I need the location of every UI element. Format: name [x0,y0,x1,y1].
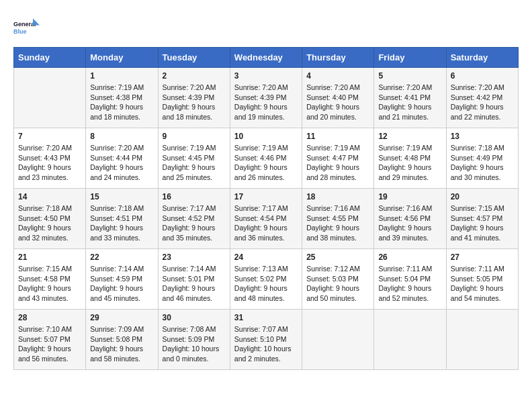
calendar-week-2: 7Sunrise: 7:20 AM Sunset: 4:43 PM Daylig… [14,128,519,189]
calendar-cell: 15Sunrise: 7:18 AM Sunset: 4:51 PM Dayli… [86,189,158,249]
day-content: Sunrise: 7:20 AM Sunset: 4:39 PM Dayligh… [234,83,298,122]
day-number: 16 [163,192,226,201]
day-number: 24 [234,253,298,262]
calendar-cell [14,68,86,128]
day-number: 23 [163,253,226,262]
day-content: Sunrise: 7:19 AM Sunset: 4:48 PM Dayligh… [378,143,441,183]
calendar-cell: 5Sunrise: 7:20 AM Sunset: 4:41 PM Daylig… [374,68,446,128]
calendar-cell: 13Sunrise: 7:18 AM Sunset: 4:49 PM Dayli… [446,128,518,189]
calendar-week-5: 28Sunrise: 7:10 AM Sunset: 5:07 PM Dayli… [14,310,519,370]
calendar-cell: 22Sunrise: 7:14 AM Sunset: 4:59 PM Dayli… [86,249,158,310]
day-number: 20 [451,192,514,201]
calendar-header-wednesday: Wednesday [230,48,302,68]
calendar-cell [302,310,374,370]
day-number: 2 [163,71,226,81]
calendar-cell: 28Sunrise: 7:10 AM Sunset: 5:07 PM Dayli… [14,310,86,370]
calendar-cell: 17Sunrise: 7:17 AM Sunset: 4:54 PM Dayli… [230,189,302,249]
day-content: Sunrise: 7:20 AM Sunset: 4:43 PM Dayligh… [18,143,81,183]
day-content: Sunrise: 7:09 AM Sunset: 5:08 PM Dayligh… [90,324,153,364]
day-number: 26 [378,253,441,262]
calendar-cell: 19Sunrise: 7:16 AM Sunset: 4:56 PM Dayli… [374,189,446,249]
calendar-cell: 11Sunrise: 7:19 AM Sunset: 4:47 PM Dayli… [302,128,374,189]
calendar-cell: 3Sunrise: 7:20 AM Sunset: 4:39 PM Daylig… [230,68,302,128]
calendar-cell: 25Sunrise: 7:12 AM Sunset: 5:03 PM Dayli… [302,249,374,310]
day-content: Sunrise: 7:10 AM Sunset: 5:07 PM Dayligh… [18,324,81,364]
day-content: Sunrise: 7:15 AM Sunset: 4:57 PM Dayligh… [451,203,514,243]
day-content: Sunrise: 7:17 AM Sunset: 4:54 PM Dayligh… [234,203,298,243]
day-number: 28 [18,313,81,322]
calendar-cell [374,310,446,370]
calendar-cell: 27Sunrise: 7:11 AM Sunset: 5:05 PM Dayli… [446,249,518,310]
day-content: Sunrise: 7:11 AM Sunset: 5:04 PM Dayligh… [378,264,441,304]
calendar-header-thursday: Thursday [302,48,374,68]
svg-text:General: General [13,21,36,28]
calendar-cell: 18Sunrise: 7:16 AM Sunset: 4:55 PM Dayli… [302,189,374,249]
calendar-cell: 14Sunrise: 7:18 AM Sunset: 4:50 PM Dayli… [14,189,86,249]
calendar-cell: 20Sunrise: 7:15 AM Sunset: 4:57 PM Dayli… [446,189,518,249]
day-number: 3 [234,71,298,81]
calendar-cell: 24Sunrise: 7:13 AM Sunset: 5:02 PM Dayli… [230,249,302,310]
day-content: Sunrise: 7:20 AM Sunset: 4:42 PM Dayligh… [451,83,514,122]
calendar-header-monday: Monday [86,48,158,68]
calendar-week-3: 14Sunrise: 7:18 AM Sunset: 4:50 PM Dayli… [14,189,519,249]
calendar-cell: 8Sunrise: 7:20 AM Sunset: 4:44 PM Daylig… [86,128,158,189]
day-number: 19 [378,192,441,201]
calendar-cell [446,310,518,370]
day-number: 30 [163,313,226,322]
day-number: 29 [90,313,153,322]
day-content: Sunrise: 7:14 AM Sunset: 5:01 PM Dayligh… [163,264,226,304]
calendar-table: SundayMondayTuesdayWednesdayThursdayFrid… [13,47,519,370]
day-content: Sunrise: 7:15 AM Sunset: 4:58 PM Dayligh… [18,264,81,304]
day-content: Sunrise: 7:18 AM Sunset: 4:50 PM Dayligh… [18,203,81,243]
calendar-cell: 30Sunrise: 7:08 AM Sunset: 5:09 PM Dayli… [158,310,230,370]
day-content: Sunrise: 7:19 AM Sunset: 4:47 PM Dayligh… [306,143,369,183]
calendar-header-friday: Friday [374,48,446,68]
day-content: Sunrise: 7:19 AM Sunset: 4:46 PM Dayligh… [234,143,298,183]
page-header: GeneralBlue [13,13,519,40]
svg-marker-2 [33,19,40,26]
calendar-cell: 12Sunrise: 7:19 AM Sunset: 4:48 PM Dayli… [374,128,446,189]
calendar-cell: 16Sunrise: 7:17 AM Sunset: 4:52 PM Dayli… [158,189,230,249]
day-content: Sunrise: 7:12 AM Sunset: 5:03 PM Dayligh… [306,264,369,304]
day-content: Sunrise: 7:08 AM Sunset: 5:09 PM Dayligh… [163,324,226,364]
day-number: 21 [18,253,81,262]
day-number: 4 [306,71,369,81]
logo-icon: GeneralBlue [13,13,40,40]
calendar-header-tuesday: Tuesday [158,48,230,68]
day-content: Sunrise: 7:11 AM Sunset: 5:05 PM Dayligh… [451,264,514,304]
day-number: 8 [90,132,153,141]
day-number: 1 [90,71,153,81]
day-content: Sunrise: 7:18 AM Sunset: 4:49 PM Dayligh… [451,143,514,183]
day-content: Sunrise: 7:13 AM Sunset: 5:02 PM Dayligh… [234,264,298,304]
calendar-header-sunday: Sunday [14,48,86,68]
day-content: Sunrise: 7:17 AM Sunset: 4:52 PM Dayligh… [163,203,226,243]
day-content: Sunrise: 7:07 AM Sunset: 5:10 PM Dayligh… [234,324,298,364]
calendar-week-1: 1Sunrise: 7:19 AM Sunset: 4:38 PM Daylig… [14,68,519,128]
day-number: 10 [234,132,298,141]
day-content: Sunrise: 7:19 AM Sunset: 4:38 PM Dayligh… [90,83,153,122]
day-number: 7 [18,132,81,141]
day-content: Sunrise: 7:16 AM Sunset: 4:56 PM Dayligh… [378,203,441,243]
calendar-cell: 29Sunrise: 7:09 AM Sunset: 5:08 PM Dayli… [86,310,158,370]
day-number: 6 [451,71,514,81]
calendar-cell: 2Sunrise: 7:20 AM Sunset: 4:39 PM Daylig… [158,68,230,128]
calendar-cell: 7Sunrise: 7:20 AM Sunset: 4:43 PM Daylig… [14,128,86,189]
calendar-cell: 10Sunrise: 7:19 AM Sunset: 4:46 PM Dayli… [230,128,302,189]
day-content: Sunrise: 7:20 AM Sunset: 4:39 PM Dayligh… [163,83,226,122]
calendar-cell: 9Sunrise: 7:19 AM Sunset: 4:45 PM Daylig… [158,128,230,189]
day-number: 14 [18,192,81,201]
calendar-cell: 21Sunrise: 7:15 AM Sunset: 4:58 PM Dayli… [14,249,86,310]
day-number: 22 [90,253,153,262]
day-content: Sunrise: 7:16 AM Sunset: 4:55 PM Dayligh… [306,203,369,243]
calendar-cell: 23Sunrise: 7:14 AM Sunset: 5:01 PM Dayli… [158,249,230,310]
calendar-cell: 26Sunrise: 7:11 AM Sunset: 5:04 PM Dayli… [374,249,446,310]
day-content: Sunrise: 7:20 AM Sunset: 4:41 PM Dayligh… [378,83,441,122]
calendar-header-row: SundayMondayTuesdayWednesdayThursdayFrid… [14,48,519,68]
day-number: 17 [234,192,298,201]
day-number: 13 [451,132,514,141]
day-number: 25 [306,253,369,262]
day-content: Sunrise: 7:18 AM Sunset: 4:51 PM Dayligh… [90,203,153,243]
day-content: Sunrise: 7:19 AM Sunset: 4:45 PM Dayligh… [163,143,226,183]
day-number: 31 [234,313,298,322]
calendar-cell: 1Sunrise: 7:19 AM Sunset: 4:38 PM Daylig… [86,68,158,128]
